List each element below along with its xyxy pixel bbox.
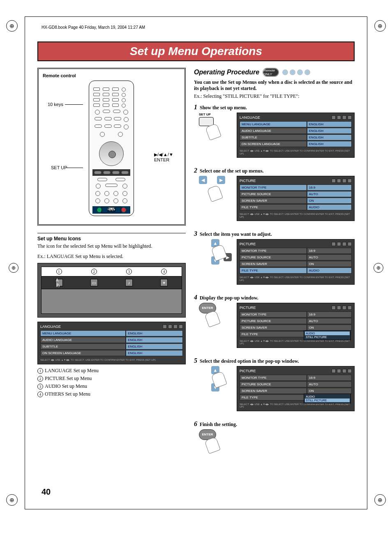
others-menu-icon: ✦ [160, 279, 168, 286]
step-title: Display the pop-up window. [200, 295, 258, 301]
osd-picture-panel: PICTURE MONITOR TYPE16:9 PICTURE SOURCEA… [237, 176, 355, 221]
osd-row-label: AUDIO LANGUAGE [40, 337, 126, 343]
crop-mark-icon [374, 20, 386, 32]
brand-logo: JVC [101, 207, 121, 213]
osd-row-value: ENGLISH [126, 350, 183, 356]
picture-menu-icon [168, 325, 172, 329]
intro-example: Ex.: Selecting "STILL PICTURE" for "FILE… [194, 93, 355, 99]
list-item: 1LANGUAGE Set up Menu [37, 368, 186, 374]
list-item: 2PICTURE Set up Menu [37, 375, 186, 382]
left-column: Remote control 10 keys SET UP ▶/◀/▲/▼ EN… [37, 68, 186, 464]
icons-section-example: Ex.: LANGUAGE Set up Menu is selected. [37, 253, 186, 260]
remote-shape: JVC [89, 81, 134, 216]
intro-text: You can use the Set up Menus only when a… [194, 79, 355, 92]
step-title: Finish the setting. [200, 421, 237, 428]
osd-row-label: SUBTITLE [40, 343, 126, 350]
language-menu-icon: Aあ [55, 279, 63, 286]
crop-mark-icon [374, 263, 383, 273]
picture-menu-icon: ▭ [90, 279, 98, 286]
step-5: 5 Select the desired option in the pop-u… [194, 357, 355, 415]
step-number: 1 [194, 104, 197, 111]
osd-popup: AUDIO STILL PICTURE [304, 394, 351, 403]
crop-mark-icon [6, 20, 18, 32]
button-label: SET UP [199, 113, 232, 116]
step-4: 4 Display the pop-up window. ENTER PICTU… [194, 294, 355, 351]
osd-row-label: MENU LANGUAGE [40, 330, 126, 336]
page-number: 40 [42, 487, 51, 497]
book-header: HX-GD8.book Page 40 Friday, March 19, 20… [42, 25, 145, 30]
remote-title: Remote control [43, 73, 180, 78]
language-menu-icon [163, 325, 167, 329]
crop-mark-icon [6, 494, 18, 506]
icons-section-heading: Set up Menu Icons [37, 233, 186, 242]
dpad-icon [99, 141, 124, 166]
step-1: 1 Show the set up menu. SET UP LANGUAGE [194, 104, 355, 161]
leader-line [67, 168, 83, 168]
operating-procedure-heading: Operating Procedure [194, 69, 259, 76]
press-enter-diagram: ENTER [199, 429, 232, 458]
step-number: 5 [194, 357, 197, 364]
page-frame: HX-GD8.book Page 40 Friday, March 19, 20… [25, 16, 367, 509]
decorative-dots [282, 69, 310, 75]
step-title: Show the set up menu. [200, 105, 247, 111]
arrow-right-icon: ▶ [217, 176, 225, 184]
right-column: Operating Procedure Remote ONLY You can … [194, 68, 355, 464]
press-up-down-then-right-diagram: ▲ ▼ ▶ [199, 239, 232, 268]
press-setup-diagram: SET UP [199, 113, 232, 141]
step-title: Select the desired option in the pop-up … [200, 358, 299, 364]
list-item: 3AUDIO Set up Menu [37, 383, 186, 389]
leader-line [65, 104, 83, 105]
osd-picture-panel-popup: PICTURE MONITOR TYPE16:9 PICTURE SOURCEA… [237, 366, 355, 411]
others-menu-icon [179, 325, 183, 329]
chapter-title: Set up Menu Operations [130, 45, 262, 58]
step-2: 2 Select one of the set up menus. ◀ ▶ [194, 167, 355, 224]
press-up-down-diagram: ▲ ▼ [199, 366, 232, 395]
osd-picture-panel: PICTURE MONITOR TYPE16:9 PICTURE SOURCEA… [237, 239, 355, 284]
osd-language-panel: LANGUAGE MENU LANGUAGEENGLISH AUDIO LANG… [37, 322, 186, 364]
press-enter-diagram: ENTER [199, 303, 232, 332]
osd-row-label: ON SCREEN LANGUAGE [40, 350, 126, 356]
step-title: Select the item you want to adjust. [200, 231, 272, 237]
step-number: 6 [194, 420, 197, 428]
crop-mark-icon [374, 494, 386, 506]
osd-hint: SELECT ◀▶ USE ▲▼◀▶ TO SELECT. USE ENTER … [40, 359, 183, 362]
step-number: 2 [194, 167, 197, 174]
osd-title: LANGUAGE [40, 325, 61, 329]
step-number: 4 [194, 294, 197, 301]
icons-legend-list: 1LANGUAGE Set up Menu 2PICTURE Set up Me… [37, 368, 186, 397]
icon-index: 3 [126, 269, 132, 274]
audio-menu-icon [173, 325, 178, 329]
list-item: 4OTHERS Set up Menu [37, 391, 186, 397]
audio-menu-icon: ♪ [125, 279, 133, 286]
icons-panel: 1 2 3 4 Aあ ▭ ♪ ✦ [37, 263, 186, 318]
osd-picture-panel-popup: PICTURE MONITOR TYPE16:9 PICTURE SOURCEA… [237, 303, 355, 348]
icon-index: 4 [161, 269, 167, 274]
step-title: Select one of the set up menus. [200, 168, 264, 174]
icon-index: 1 [56, 269, 62, 274]
osd-language-panel: LANGUAGE MENU LANGUAGEENGLISH AUDIO LANG… [237, 113, 355, 158]
arrow-left-icon: ◀ [199, 176, 207, 184]
remote-label-enter: ▶/◀/▲/▼ ENTER [154, 152, 180, 162]
remote-label-10keys: 10 keys [48, 102, 63, 107]
finger-icon [207, 185, 223, 202]
step-number: 3 [194, 230, 197, 237]
icons-section-desc: The icon for the selected Set up Menu wi… [37, 243, 186, 249]
remote-illustration-box: Remote control 10 keys SET UP ▶/◀/▲/▼ EN… [37, 68, 186, 226]
remote-label-setup: SET UP [51, 165, 67, 170]
step-6: 6 Finish the setting. ENTER [194, 420, 355, 458]
remote-only-badge: Remote ONLY [263, 68, 279, 77]
osd-popup: AUDIO STILL PICTURE [304, 330, 351, 340]
osd-row-value: ENGLISH [126, 343, 183, 350]
osd-row-value: ENGLISH [126, 337, 183, 343]
icon-index: 2 [91, 269, 97, 274]
press-left-right-diagram: ◀ ▶ [199, 176, 232, 205]
osd-row-value: ENGLISH [126, 330, 183, 336]
crop-mark-icon [9, 263, 18, 273]
step-3: 3 Select the item you want to adjust. ▲ … [194, 230, 355, 288]
chapter-banner: Set up Menu Operations [37, 41, 355, 61]
